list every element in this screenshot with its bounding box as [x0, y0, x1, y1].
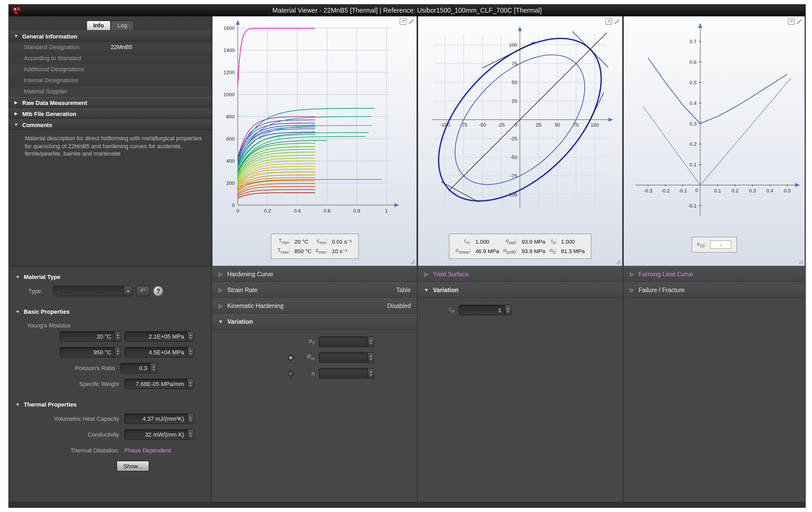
hardening-curves-chart[interactable]: 0200400600800100012001400160000.20.40.60…	[212, 16, 417, 228]
spinner-stepper[interactable]: ▴▾	[187, 378, 194, 389]
svg-text:0.2: 0.2	[264, 208, 271, 214]
main-content: Info Log ▼ General Information Standard …	[9, 16, 805, 502]
general-info-row[interactable]: Internal Designations	[9, 75, 211, 86]
triangle-right-icon: ▶	[14, 100, 19, 105]
yield-surface-chart[interactable]: -100-100-75-75-50-50-25-2525255050757510…	[418, 16, 623, 228]
section-header-thermal-properties[interactable]: ▼ Thermal Properties	[9, 398, 211, 411]
spinner-stepper[interactable]: ▴▾	[187, 414, 194, 424]
general-info-row[interactable]: Standard Designation 22MnB5	[9, 42, 211, 53]
spinner-stepper[interactable]: ▴▾	[504, 305, 512, 315]
resize-grip[interactable]	[615, 258, 621, 265]
expand-chart-button[interactable]: ↗	[788, 18, 794, 25]
n-spinner[interactable]: ▴▾	[319, 368, 374, 378]
title-bar: Material Viewer - 22MnB5 [Thermal] | Ref…	[9, 5, 805, 16]
help-button[interactable]: ?	[153, 286, 163, 296]
sigma0-spinner[interactable]: ▴▾	[319, 336, 374, 347]
poissons-ratio-spinner[interactable]: 0.3 ▴▾	[120, 363, 157, 373]
triangle-down-icon: ▼	[15, 309, 20, 314]
spinner-stepper[interactable]: ▴▾	[368, 368, 374, 378]
spin-down-icon: ▾	[370, 342, 372, 345]
section-hardening-curve[interactable]: ▷ Hardening Curve	[212, 266, 417, 282]
edit-pencil-icon[interactable]	[614, 19, 619, 24]
general-info-row[interactable]: Additional Designations	[9, 64, 211, 75]
dropdown-value[interactable]: -	[53, 286, 124, 296]
svg-text:-75: -75	[460, 122, 467, 127]
conductivity-spinner[interactable]: 32 mW/(mm K) ▴▾	[124, 429, 194, 440]
show-button[interactable]: Show...	[117, 461, 149, 472]
section-variation[interactable]: ▼ Variation	[212, 314, 417, 330]
spinner-stepper[interactable]: ▴▾	[187, 331, 194, 342]
svg-text:-0.1: -0.1	[688, 203, 697, 208]
spinner-stepper[interactable]: ▴▾	[187, 347, 194, 358]
svg-text:0.4: 0.4	[294, 208, 301, 214]
info-panel: Info Log ▼ General Information Standard …	[9, 16, 211, 266]
svg-text:0.8: 0.8	[353, 208, 360, 214]
section-variation[interactable]: ▼ Variation	[417, 282, 623, 298]
spin-down-icon: ▾	[153, 368, 154, 371]
spinner-stepper[interactable]: ▴▾	[368, 352, 374, 363]
left-column: Info Log ▼ General Information Standard …	[9, 16, 212, 502]
section-header-comments[interactable]: ▼ Comments	[9, 119, 211, 130]
material-type-dropdown[interactable]: - ▼	[53, 286, 132, 296]
spinner-stepper[interactable]: ▴▾	[187, 429, 194, 440]
spinner-stepper[interactable]: ▴▾	[150, 363, 157, 373]
svg-text:100: 100	[509, 42, 517, 48]
svg-text:0.3: 0.3	[690, 121, 697, 126]
edit-pencil-icon[interactable]	[797, 19, 802, 24]
forming-limit-curve-chart[interactable]: -0.3-0.2-0.10.10.20.30.40.5-0.10.10.20.3…	[624, 16, 805, 228]
svg-text:800: 800	[226, 114, 235, 119]
rm-spinner[interactable]: 1 ▴▾	[459, 305, 512, 315]
n-radio[interactable]	[288, 370, 294, 376]
spin-up-icon: ▴	[153, 365, 154, 368]
svg-text:200: 200	[226, 180, 235, 186]
section-strain-rate[interactable]: ▷ Strain Rate Table	[212, 282, 417, 298]
vhc-spinner[interactable]: 4.37 mJ/(mm³K) ▴▾	[124, 414, 194, 424]
tab-log[interactable]: Log	[111, 21, 134, 30]
general-info-row[interactable]: According to Standard	[9, 53, 211, 64]
youngs-modulus-spinner[interactable]: 2.1E+05 MPa ▴▾	[124, 331, 194, 342]
tab-info[interactable]: Info	[86, 21, 111, 30]
section-yield-surface[interactable]: ▷ Yield Surface	[417, 266, 623, 282]
section-header-basic-properties[interactable]: ▼ Basic Properties	[9, 305, 211, 318]
rm-label: Rm	[297, 353, 319, 362]
section-header-material-type[interactable]: ▼ Material Type	[9, 271, 211, 283]
svg-text:0.1: 0.1	[714, 188, 721, 194]
temperature-spinner[interactable]: 950 °C ▴▾	[60, 347, 121, 358]
resize-grip[interactable]	[797, 258, 804, 265]
expand-chart-button[interactable]: ↗	[605, 18, 612, 25]
spinner-stepper[interactable]: ▴▾	[114, 331, 121, 342]
youngs-modulus-spinner[interactable]: 4.5E+04 MPa ▴▾	[124, 347, 194, 358]
flc-value-field[interactable]: -	[710, 240, 731, 249]
section-header-general-information[interactable]: ▼ General Information	[9, 31, 211, 42]
svg-text:-0.3: -0.3	[644, 188, 652, 194]
specific-weight-spinner[interactable]: 7.68E-05 MPa/mm ▴▾	[124, 378, 194, 389]
section-header-raw-data-measurement[interactable]: ▶ Raw Data Measurement	[9, 97, 211, 108]
show-button-row: Show...	[9, 458, 211, 474]
yield-column: ↗ -100-100-75-75-50-50-25-25252550507575…	[417, 16, 623, 502]
rm-row: Rm ▴▾	[212, 349, 417, 365]
spinner-stepper[interactable]: ▴▾	[368, 336, 374, 347]
undo-button[interactable]: ↶	[136, 286, 150, 296]
vhc-label: Volumetric Heat Capacity	[9, 416, 121, 422]
svg-text:75: 75	[573, 122, 579, 127]
edit-pencil-icon[interactable]	[409, 19, 414, 24]
section-forming-limit-curve[interactable]: ▷ Forming Limit Curve	[623, 266, 805, 282]
spinner-stepper[interactable]: ▴▾	[114, 347, 121, 358]
section-failure-fracture[interactable]: ▷ Failure / Fracture	[623, 282, 805, 298]
section-header-mtb-file-generation[interactable]: ▶ Mtb File Generation	[9, 108, 211, 119]
conductivity-label: Conductivity	[9, 431, 121, 438]
spin-down-icon: ▾	[190, 336, 192, 340]
rm-radio[interactable]	[288, 354, 294, 361]
section-kinematic-hardening[interactable]: ▷ Kinematic Hardening Disabled	[212, 298, 417, 314]
variation-form: rm 1 ▴▾	[417, 298, 623, 318]
poissons-ratio-label: Poisson's Ratio	[9, 365, 117, 371]
resize-grip[interactable]	[409, 258, 415, 265]
section-title: Mtb File Generation	[22, 111, 76, 117]
chart-tools: ↗	[400, 18, 414, 25]
dropdown-arrow-icon[interactable]: ▼	[124, 286, 132, 296]
temperature-spinner[interactable]: 20 °C ▴▾	[60, 331, 121, 342]
expand-chart-button[interactable]: ↗	[400, 18, 407, 25]
general-info-row[interactable]: Material Supplier	[9, 86, 211, 97]
spin-down-icon: ▾	[190, 434, 192, 438]
rm-spinner[interactable]: ▴▾	[319, 352, 374, 363]
